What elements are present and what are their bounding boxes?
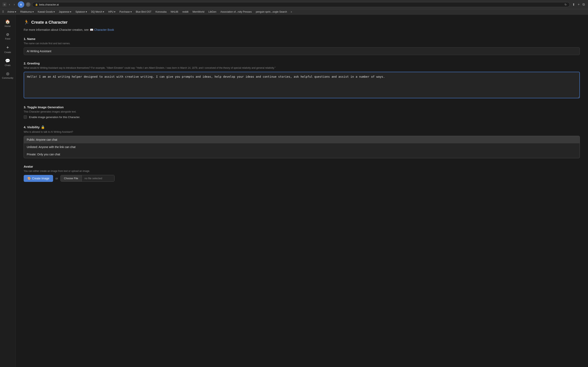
choose-file-button[interactable]: Choose File xyxy=(61,175,81,182)
bookmarks-more-icon[interactable]: » xyxy=(290,10,293,14)
share-icon[interactable]: ⬆ xyxy=(571,2,576,7)
create-image-label: Create Image xyxy=(32,177,49,180)
name-section: 1. Name The name can include first and l… xyxy=(24,37,580,55)
character-book-link[interactable]: 📖 Character Book xyxy=(90,28,114,31)
bookmark-anime[interactable]: Anime ▾ xyxy=(6,10,18,14)
page-header: 🏃 Create a Character xyxy=(24,20,580,25)
home-icon: 🏠 xyxy=(5,19,10,24)
shield-icon: 🛡 xyxy=(26,2,30,7)
reload-button[interactable]: ↻ xyxy=(564,3,567,6)
create-icon: + xyxy=(6,45,9,50)
windows-icon[interactable]: ⧉ xyxy=(582,2,586,7)
bookmark-japanese[interactable]: Japanese ▾ xyxy=(57,10,73,14)
image-checkbox-row: Enable image generation for this Charact… xyxy=(24,115,580,119)
sidebar-label-create: Create xyxy=(4,51,11,53)
character-book-label: Character Book xyxy=(94,28,114,31)
info-text: For more information about Character cre… xyxy=(24,28,89,31)
greeting-section-subtitle: What would AI Writing Assistant say to i… xyxy=(24,66,580,70)
sidebar-label-feed: Feed xyxy=(5,38,10,40)
back-button[interactable]: ‹ xyxy=(8,2,11,7)
greeting-section-title: 2. Greeting xyxy=(24,62,580,65)
new-tab-icon[interactable]: + xyxy=(577,2,580,7)
visibility-option-private[interactable]: Private: Only you can chat xyxy=(24,151,580,158)
image-section-title: 3. Toggle Image Generation xyxy=(24,105,580,109)
app-layout: 🏠 Home ⊘ Feed + Create 💬 Chats ◎ Communi… xyxy=(0,15,588,367)
sidebar-item-feed[interactable]: ⊘ Feed xyxy=(1,30,15,42)
file-name-display: no file selected xyxy=(82,175,114,182)
image-section-subtitle: This Character generates images alongsid… xyxy=(24,110,580,114)
avatar-section: Avatar You can either create an image fr… xyxy=(24,165,580,182)
name-input[interactable] xyxy=(24,47,580,55)
url-text: beta.character.ai xyxy=(39,3,59,6)
sidebar-label-chats: Chats xyxy=(5,64,11,67)
name-section-title: 1. Name xyxy=(24,37,580,41)
forward-button[interactable]: › xyxy=(12,2,16,7)
info-bar: For more information about Character cre… xyxy=(24,28,580,31)
browser-controls: ⊞ ‹ › xyxy=(2,2,16,7)
bookmarks-bar: ⠿ Anime ▾ Rilakkuma ▾ Kawaii Goods ▾ Jap… xyxy=(0,9,588,15)
sidebar-item-chats[interactable]: 💬 Chats xyxy=(1,56,15,68)
community-icon: ◎ xyxy=(6,71,9,76)
bookmark-konosuba[interactable]: Konosuba xyxy=(154,10,168,14)
greeting-section: 2. Greeting What would AI Writing Assist… xyxy=(24,62,580,99)
file-input-wrapper: Choose File no file selected xyxy=(61,175,114,182)
browser-actions: ⬆ + ⧉ xyxy=(571,2,586,7)
bookmark-memworld[interactable]: MemWorld xyxy=(191,10,206,14)
profile-avatar[interactable]: A xyxy=(18,1,24,8)
image-generation-section: 3. Toggle Image Generation This Characte… xyxy=(24,105,580,119)
page-icon: 🏃 xyxy=(24,20,29,25)
bookmark-nhl66[interactable]: NHL66 xyxy=(169,10,180,14)
bookmark-rilakkuma[interactable]: Rilakkuma ▾ xyxy=(18,10,35,14)
visibility-option-public[interactable]: Public: Anyone can chat xyxy=(24,136,580,143)
sidebar-item-create[interactable]: + Create xyxy=(1,43,15,55)
browser-chrome: ⊞ ‹ › A 🛡 🔒 beta.character.ai ↻ ⬆ + ⧉ xyxy=(0,0,588,9)
bookmark-libgen[interactable]: LibGen xyxy=(207,10,218,14)
greeting-textarea[interactable]: Hello! I am an AI writing helper designe… xyxy=(24,72,580,98)
sidebar-item-home[interactable]: 🏠 Home xyxy=(1,17,15,29)
visibility-section: 4. Visibility 🔒 Who is allowed to talk t… xyxy=(24,125,580,158)
visibility-lock-icon: 🔒 xyxy=(41,125,45,129)
tab-grid-icon[interactable]: ⊞ xyxy=(2,2,7,7)
lock-icon: 🔒 xyxy=(35,3,38,6)
bookmark-reddit[interactable]: reddit xyxy=(181,10,190,14)
book-icon: 📖 xyxy=(90,28,93,31)
sidebar-item-community[interactable]: ◎ Community xyxy=(1,69,15,81)
create-image-button[interactable]: 🎨 Create Image xyxy=(24,175,53,182)
create-image-emoji: 🎨 xyxy=(27,177,31,180)
avatar-row: 🎨 Create Image or Choose File no file se… xyxy=(24,175,580,182)
bookmark-blue-bird[interactable]: Blue Bird OST xyxy=(134,10,153,14)
chats-icon: 💬 xyxy=(5,58,10,63)
visibility-option-unlisted[interactable]: Unlisted: Anyone with the link can chat xyxy=(24,143,580,151)
visibility-section-title: 4. Visibility 🔒 xyxy=(24,125,580,129)
visibility-section-subtitle: Who is allowed to talk to AI Writing Ass… xyxy=(24,130,580,134)
or-text: or xyxy=(56,177,58,180)
avatar-section-title: Avatar xyxy=(24,165,580,168)
bookmark-dq-merch[interactable]: DQ Merch ▾ xyxy=(89,10,106,14)
bookmark-kawaii-goods[interactable]: Kawaii Goods ▾ xyxy=(36,10,56,14)
feed-icon: ⊘ xyxy=(6,32,9,37)
main-content: 🏃 Create a Character For more informatio… xyxy=(16,15,588,367)
visibility-dropdown[interactable]: Public: Anyone can chat Unlisted: Anyone… xyxy=(24,136,580,158)
sidebar: 🏠 Home ⊘ Feed + Create 💬 Chats ◎ Communi… xyxy=(0,15,16,367)
bookmark-purchase[interactable]: Purchase ▾ xyxy=(118,10,133,14)
bookmark-penguin[interactable]: penguin sprin...oogle Search xyxy=(254,10,289,14)
address-bar[interactable]: 🔒 beta.character.ai ↻ xyxy=(32,2,570,7)
page-title: Create a Character xyxy=(31,20,68,25)
image-generation-checkbox[interactable] xyxy=(24,115,27,119)
avatar-section-subtitle: You can either create an image from text… xyxy=(24,169,580,173)
apps-icon[interactable]: ⠿ xyxy=(2,10,4,13)
name-section-subtitle: The name can include first and last name… xyxy=(24,42,580,45)
bookmark-association[interactable]: Association of...rsity Presses xyxy=(219,10,253,14)
image-checkbox-label[interactable]: Enable image generation for this Charact… xyxy=(29,116,80,119)
sidebar-label-community: Community xyxy=(2,77,13,79)
sidebar-label-home: Home xyxy=(5,25,11,27)
bookmark-hpu[interactable]: HPU ▾ xyxy=(107,10,117,14)
bookmark-splatoon[interactable]: Splatoon ▾ xyxy=(74,10,89,14)
